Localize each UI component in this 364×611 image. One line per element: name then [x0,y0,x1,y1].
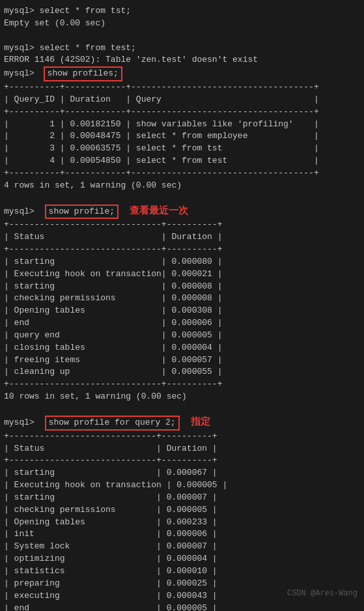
p-row-2: | Executing hook on transaction| 0.00002… [4,268,360,281]
p-row-3: | starting | 0.000008 | [4,281,360,293]
line-3: mysql> select * from test; [4,42,360,55]
rows-info-1: 4 rows in set, 1 warning (0.00 sec) [4,180,360,192]
annotation-2: 指定 [185,416,210,430]
p-row-7: | query end | 0.000005 | [4,330,360,342]
table3-border-b: +-----------------------------+---------… [4,455,360,467]
blank-2 [4,192,360,205]
cmd-show-profile-query2-row: mysql> show profile for query 2; 指定 [4,416,360,431]
line-blank-1 [4,30,360,42]
table2-border-b: +------------------------------+--------… [4,244,360,256]
terminal: mysql> select * from tst; Empty set (0.0… [4,5,360,611]
cmd-show-profile-row: mysql> show profile; 查看最近一次 [4,205,360,220]
q2-row-8: | optimizing | 0.000004 | [4,553,360,565]
table-header-1: | Query_ID | Duration | Query | [4,94,360,106]
p-row-10: | cleaning up | 0.000055 | [4,366,360,378]
p-row-1: | starting | 0.000080 | [4,256,360,268]
q2-row-5: | Opening tables | 0.000233 | [4,517,360,529]
p-row-5: | Opening tables | 0.000308 | [4,305,360,317]
annotation-1: 查看最近一次 [124,205,188,219]
q2-row-1: | starting | 0.000067 | [4,467,360,479]
prompt-7: mysql> [4,417,40,429]
table3-border-a: +-----------------------------+---------… [4,431,360,443]
q2-row-4: | checking permissions | 0.000005 | [4,504,360,517]
prompt-5: mysql> [4,68,40,80]
p-row-6: | end | 0.000006 | [4,317,360,330]
cmd-show-profile: show profile; [45,205,119,220]
prompt-6: mysql> [4,206,40,218]
cmd-show-profiles: show profiles; [44,66,122,81]
watermark: CSDN @Ares-Wang [287,588,357,599]
q2-row-12: | end | 0.000005 | [4,603,360,612]
p-row-8: | closing tables | 0.000004 | [4,342,360,354]
cmd-show-profile-query2: show profile for query 2; [45,416,180,431]
table2-border-a: +------------------------------+--------… [4,219,360,231]
p-row-4: | checking permissions | 0.000008 | [4,292,360,305]
q2-row-7: | System lock | 0.000007 | [4,541,360,553]
rows-info-2: 10 rows in set, 1 warning (0.00 sec) [4,391,360,403]
table-row-2: | 2 | 0.00048475 | select * from employe… [4,130,360,143]
q2-row-2: | Executing hook on transaction | 0.0000… [4,479,360,492]
table2-border-c: +------------------------------+--------… [4,378,360,391]
p-row-9: | freeing items | 0.000057 | [4,354,360,367]
q2-row-6: | init | 0.000006 | [4,528,360,541]
blank-3 [4,403,360,416]
line-error: ERROR 1146 (42S02): Table 'zen.test' doe… [4,54,360,66]
table-row-1: | 1 | 0.00182150 | show variables like '… [4,119,360,131]
cmd-show-profiles-row: mysql> show profiles; [4,66,360,81]
table-border-1a: +----------+------------+---------------… [4,81,360,94]
q2-row-3: | starting | 0.000007 | [4,492,360,504]
table-border-1c: +----------+------------+---------------… [4,167,360,180]
line-2: Empty set (0.00 sec) [4,18,360,30]
table-row-4: | 4 | 0.00054850 | select * from test | [4,155,360,167]
line-1: mysql> select * from tst; [4,5,360,18]
table3-header: | Status | Duration | [4,443,360,455]
table-border-1b: +----------+------------+---------------… [4,106,360,119]
table-row-3: | 3 | 0.00063575 | select * from tst | [4,143,360,155]
q2-row-9: | statistics | 0.000010 | [4,565,360,578]
table2-header: | Status | Duration | [4,231,360,244]
